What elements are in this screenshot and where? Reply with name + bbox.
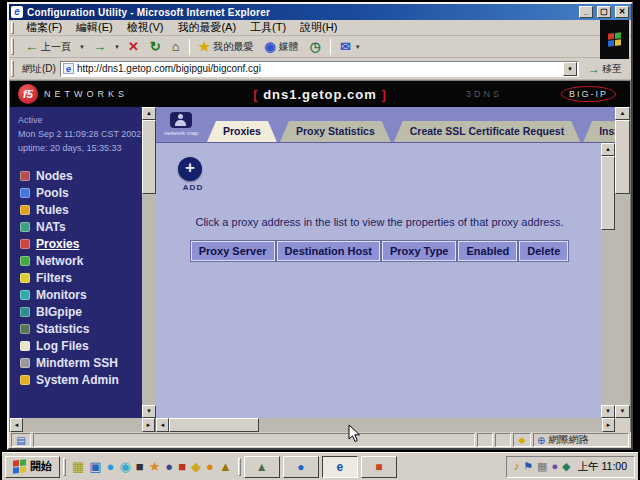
sidebar-item-log-files[interactable]: Log Files bbox=[10, 338, 142, 355]
sidebar-item-pools[interactable]: Pools bbox=[10, 185, 142, 202]
back-dropdown[interactable]: ▼ bbox=[78, 44, 86, 50]
sidebar-item-monitors[interactable]: Monitors bbox=[10, 287, 142, 304]
scroll-up-icon[interactable]: ▲ bbox=[615, 107, 630, 120]
sidebar-hscrollbar[interactable]: ◄ ► bbox=[10, 418, 156, 432]
start-button[interactable]: 開始 bbox=[5, 456, 60, 478]
taskbar-window-button[interactable]: ● bbox=[283, 456, 319, 478]
stop-button[interactable]: ✕ bbox=[124, 39, 143, 54]
quicklaunch-icon[interactable]: ● bbox=[206, 460, 214, 473]
sidebar-item-system-admin[interactable]: System Admin bbox=[10, 372, 142, 389]
taskbar-window-button[interactable]: ■ bbox=[361, 456, 397, 478]
address-combo[interactable]: e ▼ bbox=[60, 61, 579, 77]
column-delete[interactable]: Delete bbox=[519, 241, 568, 261]
scroll-down-icon[interactable]: ▼ bbox=[601, 405, 615, 418]
quicklaunch-icon[interactable]: ● bbox=[107, 460, 115, 473]
quicklaunch-icon[interactable]: ▲ bbox=[219, 460, 232, 473]
maximize-button[interactable]: ▢ bbox=[597, 6, 611, 18]
quicklaunch-icon[interactable]: ▣ bbox=[89, 460, 101, 473]
network-tray-icon[interactable]: ⚑ bbox=[523, 461, 533, 472]
scroll-thumb[interactable] bbox=[601, 156, 615, 230]
taskbar-grip[interactable] bbox=[238, 458, 241, 476]
taskbar-grip[interactable] bbox=[63, 458, 66, 476]
tab-proxy-statistics[interactable]: Proxy Statistics bbox=[280, 121, 391, 142]
scroll-right-icon[interactable]: ► bbox=[142, 418, 155, 432]
window-scrollbar[interactable]: ▲ ▼ bbox=[615, 107, 630, 418]
sidebar-item-nodes[interactable]: Nodes bbox=[10, 168, 142, 185]
menu-favorites[interactable]: 我的最愛(A) bbox=[171, 19, 242, 36]
scroll-thumb[interactable] bbox=[142, 120, 156, 194]
address-input[interactable] bbox=[77, 63, 560, 74]
favorites-button[interactable]: ★ 我的最愛 bbox=[195, 39, 258, 55]
sidebar-item-proxies[interactable]: Proxies bbox=[10, 236, 142, 253]
sidebar-item-statistics[interactable]: Statistics bbox=[10, 321, 142, 338]
browser-window: e Configuration Utility - Microsoft Inte… bbox=[7, 2, 633, 450]
menu-tools[interactable]: 工具(T) bbox=[244, 19, 292, 36]
scroll-right-icon[interactable]: ► bbox=[602, 418, 615, 432]
column-proxy-type[interactable]: Proxy Type bbox=[382, 241, 457, 261]
scroll-up-icon[interactable]: ▲ bbox=[601, 143, 615, 156]
title-bar[interactable]: e Configuration Utility - Microsoft Inte… bbox=[9, 4, 631, 20]
add-icon[interactable]: + bbox=[178, 157, 202, 181]
scroll-left-icon[interactable]: ◄ bbox=[10, 418, 23, 432]
menu-help[interactable]: 說明(H) bbox=[294, 19, 343, 36]
sidebar-item-nats[interactable]: NATs bbox=[10, 219, 142, 236]
volume-tray-icon[interactable]: ♪ bbox=[514, 461, 520, 472]
toolbar-grip[interactable] bbox=[11, 60, 14, 77]
mail-button[interactable]: ✉ ▼ bbox=[336, 39, 366, 54]
column-proxy-server[interactable]: Proxy Server bbox=[191, 241, 275, 261]
agent-tray-icon[interactable]: ◆ bbox=[562, 461, 570, 472]
scroll-down-icon[interactable]: ▼ bbox=[142, 405, 156, 418]
column-enabled[interactable]: Enabled bbox=[458, 241, 517, 261]
forward-button[interactable]: → bbox=[89, 39, 110, 54]
app-tray-icon[interactable]: ● bbox=[551, 461, 558, 472]
forward-dropdown[interactable]: ▼ bbox=[113, 44, 121, 50]
sidebar-item-network[interactable]: Network bbox=[10, 253, 142, 270]
back-button[interactable]: ← 上一頁 bbox=[21, 39, 75, 55]
scroll-track bbox=[23, 418, 142, 432]
sidebar-item-bigpipe[interactable]: BIGpipe bbox=[10, 304, 142, 321]
quicklaunch-icon[interactable]: ★ bbox=[149, 460, 161, 473]
history-button[interactable]: ◷ bbox=[306, 39, 325, 54]
quicklaunch-icon[interactable]: ▦ bbox=[72, 460, 84, 473]
mouse-cursor bbox=[348, 424, 362, 444]
refresh-button[interactable]: ↻ bbox=[146, 39, 165, 54]
taskbar-window-button[interactable]: ▲ bbox=[244, 456, 280, 478]
home-button[interactable]: ⌂ bbox=[168, 39, 184, 54]
network-map-button[interactable]: network map bbox=[164, 112, 198, 137]
quicklaunch-icon[interactable]: ■ bbox=[178, 460, 186, 473]
quicklaunch-icon[interactable]: ◉ bbox=[119, 460, 130, 473]
sidebar-item-filters[interactable]: Filters bbox=[10, 270, 142, 287]
menu-view[interactable]: 檢視(V) bbox=[121, 19, 170, 36]
minimize-button[interactable]: _ bbox=[579, 6, 593, 18]
media-button[interactable]: ◉ 媒體 bbox=[260, 39, 302, 55]
quicklaunch-icon[interactable]: ● bbox=[165, 460, 173, 473]
toolbar-grip[interactable] bbox=[11, 22, 14, 34]
tab-install-ssl-certificate[interactable]: Install SSL Certifi bbox=[583, 121, 615, 142]
sidebar-scrollbar[interactable]: ▲ ▼ bbox=[142, 107, 156, 418]
quicklaunch-icon[interactable]: ■ bbox=[136, 460, 144, 473]
go-label: 移至 bbox=[602, 62, 622, 76]
column-destination-host[interactable]: Destination Host bbox=[277, 241, 380, 261]
taskbar-window-button-active[interactable]: e bbox=[322, 456, 358, 478]
go-button[interactable]: → 移至 bbox=[583, 61, 627, 77]
scroll-thumb[interactable] bbox=[615, 120, 630, 194]
address-dropdown[interactable]: ▼ bbox=[563, 62, 577, 76]
sidebar-item-rules[interactable]: Rules bbox=[10, 202, 142, 219]
menu-edit[interactable]: 編輯(E) bbox=[70, 19, 119, 36]
scroll-left-icon[interactable]: ◄ bbox=[156, 418, 169, 432]
display-tray-icon[interactable]: ▦ bbox=[537, 461, 547, 472]
quicklaunch-icon[interactable]: ◆ bbox=[191, 460, 201, 473]
scroll-thumb[interactable] bbox=[169, 418, 259, 432]
tab-create-ssl-certificate-request[interactable]: Create SSL Certificate Request bbox=[394, 121, 580, 142]
main-frame-scrollbar[interactable]: ▲ ▼ bbox=[601, 143, 615, 418]
frames-row: Active Mon Sep 2 11:09:28 CST 2002 uptim… bbox=[10, 107, 630, 418]
scroll-up-icon[interactable]: ▲ bbox=[142, 107, 156, 120]
menu-file[interactable]: 檔案(F) bbox=[20, 19, 68, 36]
add-proxy-button[interactable]: + ADD bbox=[178, 157, 208, 192]
close-button[interactable]: ✕ bbox=[615, 6, 629, 18]
scroll-down-icon[interactable]: ▼ bbox=[615, 405, 630, 418]
main-hscrollbar[interactable]: ◄ ► bbox=[156, 418, 615, 432]
toolbar-grip[interactable] bbox=[11, 38, 14, 55]
sidebar-item-mindterm-ssh[interactable]: Mindterm SSH bbox=[10, 355, 142, 372]
tab-proxies[interactable]: Proxies bbox=[207, 121, 277, 142]
